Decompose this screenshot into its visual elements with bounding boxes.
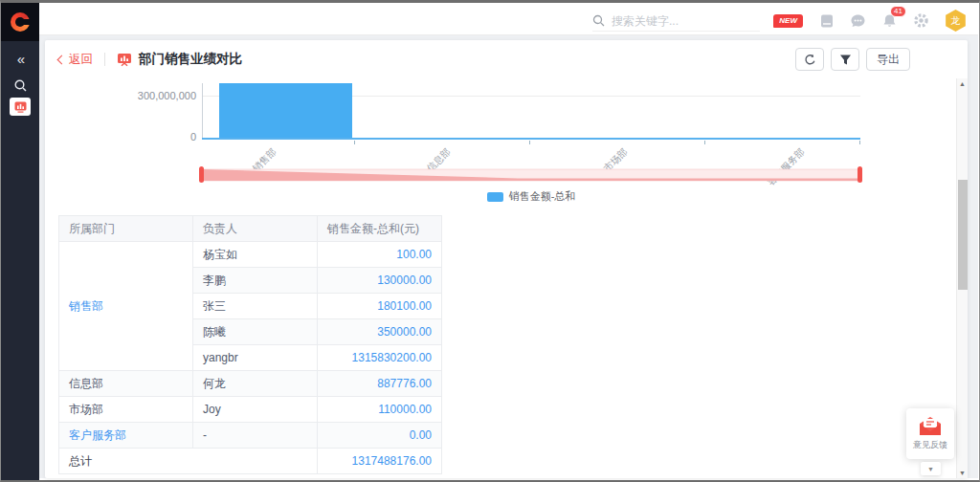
app-window: « NEW 41 龙 (0, 0, 980, 482)
table-row: 信息部 何龙 887776.00 (59, 371, 442, 397)
sidebar: « (1, 3, 39, 480)
bar-sales-dept[interactable] (219, 83, 352, 139)
col-header-person: 负责人 (193, 216, 318, 242)
col-header-value: 销售金额-总和(元) (318, 216, 442, 242)
person-cell: 李鹏 (193, 268, 318, 294)
table-row: 市场部 Joy 110000.00 (59, 397, 442, 423)
table-row: 客户服务部 - 0.00 (59, 423, 442, 449)
chart-legend: 销售金额-总和 (202, 189, 860, 204)
user-avatar[interactable]: 龙 (945, 10, 967, 32)
legend-swatch[interactable] (487, 192, 503, 202)
person-cell: yangbr (193, 345, 318, 371)
person-cell: Joy (193, 397, 318, 423)
chevron-left-icon (57, 55, 67, 64)
search-icon (13, 78, 28, 93)
person-cell: 陈曦 (193, 319, 318, 345)
table-total-row: 总计 1317488176.00 (59, 449, 442, 474)
legend-label[interactable]: 销售金额-总和 (509, 189, 576, 204)
value-link[interactable]: 180100.00 (318, 294, 442, 319)
search-icon (592, 14, 605, 27)
main-content: 返回 部门销售业绩对比 导出 30 (39, 35, 978, 478)
y-axis-line (202, 83, 203, 139)
col-header-dept: 所属部门 (59, 216, 193, 242)
collapse-sidebar-icon[interactable]: « (1, 51, 39, 67)
global-search[interactable] (592, 11, 760, 32)
navbar-actions: NEW 41 龙 (773, 6, 967, 35)
report-chart-icon (117, 53, 132, 67)
person-cell: 何龙 (193, 371, 318, 397)
sales-table: 所属部门 负责人 销售金额-总和(元) 销售部 杨宝如 100.00 李鹏 13… (58, 215, 442, 474)
dept-cell-info: 信息部 (59, 371, 193, 397)
vertical-scrollbar[interactable]: ▲ ▼ (956, 78, 968, 478)
chart-report-icon (14, 101, 27, 113)
dept-link-sales[interactable]: 销售部 (59, 242, 193, 371)
back-button[interactable]: 返回 (58, 52, 93, 68)
feedback-label: 意见反馈 (913, 439, 947, 451)
x-axis-tick (704, 141, 705, 144)
header-divider (104, 53, 105, 66)
sidebar-search-icon[interactable] (1, 74, 39, 97)
messages-icon[interactable] (850, 12, 866, 29)
table-row: 销售部 杨宝如 100.00 (59, 242, 442, 268)
top-navbar: NEW 41 龙 (39, 6, 978, 35)
value-link[interactable]: 110000.00 (318, 397, 442, 423)
y-axis-tick-0: 0 (137, 131, 196, 142)
value-link[interactable]: 100.00 (318, 242, 442, 268)
scroll-up-icon[interactable]: ▲ (957, 80, 968, 87)
export-button[interactable]: 导出 (866, 48, 910, 71)
settings-gear-icon[interactable] (913, 12, 929, 29)
brush-handle-right[interactable] (858, 166, 862, 183)
notifications-bell-icon[interactable]: 41 (881, 12, 898, 29)
new-feature-badge[interactable]: NEW (773, 14, 803, 28)
scrollbar-thumb[interactable] (958, 180, 968, 290)
x-axis-tick (354, 141, 355, 144)
x-axis-tick (529, 141, 530, 144)
value-link[interactable]: 0.00 (318, 423, 442, 449)
report-header: 返回 部门销售业绩对比 导出 (45, 40, 968, 78)
feedback-collapse-button[interactable]: ▼ (921, 462, 941, 475)
table-header-row: 所属部门 负责人 销售金额-总和(元) (59, 216, 442, 242)
dept-link-service[interactable]: 客户服务部 (59, 423, 193, 449)
x-axis-tick (859, 141, 860, 144)
person-cell: 杨宝如 (193, 242, 318, 268)
refresh-button[interactable] (795, 48, 824, 71)
knowledge-book-icon[interactable] (818, 12, 835, 29)
value-link[interactable]: 130000.00 (318, 268, 442, 294)
person-cell: 张三 (193, 294, 318, 319)
report-card: 返回 部门销售业绩对比 导出 30 (45, 40, 968, 478)
y-axis-tick-300m: 300,000,000 (137, 90, 196, 101)
filter-button[interactable] (831, 48, 859, 71)
datazoom-brush[interactable] (202, 168, 860, 182)
x-axis-line (202, 138, 860, 140)
search-input[interactable] (612, 14, 736, 28)
notification-count-badge: 41 (890, 6, 906, 17)
value-link[interactable]: 1315830200.00 (318, 345, 442, 371)
logo-c-icon (11, 12, 30, 32)
brush-handle-left[interactable] (199, 166, 204, 183)
dept-cell-market: 市场部 (59, 397, 193, 423)
total-label-cell: 总计 (59, 449, 318, 474)
page-title: 部门销售业绩对比 (139, 51, 242, 68)
feedback-button[interactable]: 意见反馈 (906, 408, 954, 459)
app-logo[interactable] (1, 3, 39, 41)
header-actions: 导出 (795, 48, 910, 71)
total-value-link[interactable]: 1317488176.00 (318, 449, 442, 474)
person-cell: - (193, 423, 318, 449)
value-link[interactable]: 350000.00 (318, 319, 442, 345)
value-link[interactable]: 887776.00 (318, 371, 442, 397)
sidebar-item-bi-report-active[interactable] (10, 98, 31, 116)
feedback-envelope-icon (918, 416, 943, 436)
scroll-down-icon[interactable]: ▼ (957, 470, 968, 476)
